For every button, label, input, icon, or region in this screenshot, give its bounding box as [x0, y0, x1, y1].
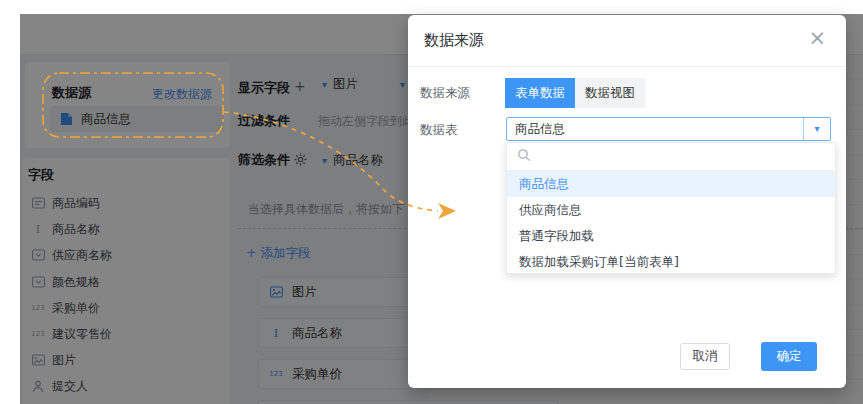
option-search-input[interactable]: [507, 143, 835, 171]
select-value: 商品信息: [515, 121, 803, 138]
search-icon: [517, 147, 531, 166]
chevron-down-icon: ▾: [814, 124, 819, 134]
option-item[interactable]: 数据加载采购订单[当前表单]: [507, 249, 835, 274]
close-icon[interactable]: ×: [808, 28, 826, 49]
confirm-button[interactable]: 确定: [761, 342, 817, 371]
tab-form-data[interactable]: 表单数据: [505, 78, 575, 108]
select-caret-cell[interactable]: ▾: [803, 118, 830, 140]
page: 数据源 更改数据源 商品信息 字段 商品编码 I 商品名称 供应商名称 颜色规格…: [0, 0, 863, 404]
data-table-label: 数据表: [420, 122, 458, 139]
data-table-select[interactable]: 商品信息 ▾: [506, 117, 831, 141]
option-item[interactable]: 商品信息: [507, 171, 835, 197]
option-item[interactable]: 普通字段加载: [507, 223, 835, 249]
tab-data-view[interactable]: 数据视图: [575, 78, 645, 108]
option-item[interactable]: 供应商信息: [507, 197, 835, 223]
source-type-label: 数据来源: [420, 85, 470, 102]
data-source-dialog: 数据来源 × 数据来源 表单数据 数据视图 数据表 商品信息 ▾ 商品信息 供应…: [408, 15, 846, 388]
cancel-button[interactable]: 取消: [680, 343, 730, 370]
select-dropdown-panel: 商品信息 供应商信息 普通字段加载 数据加载采购订单[当前表单]: [506, 142, 836, 274]
dialog-title: 数据来源: [424, 15, 484, 66]
